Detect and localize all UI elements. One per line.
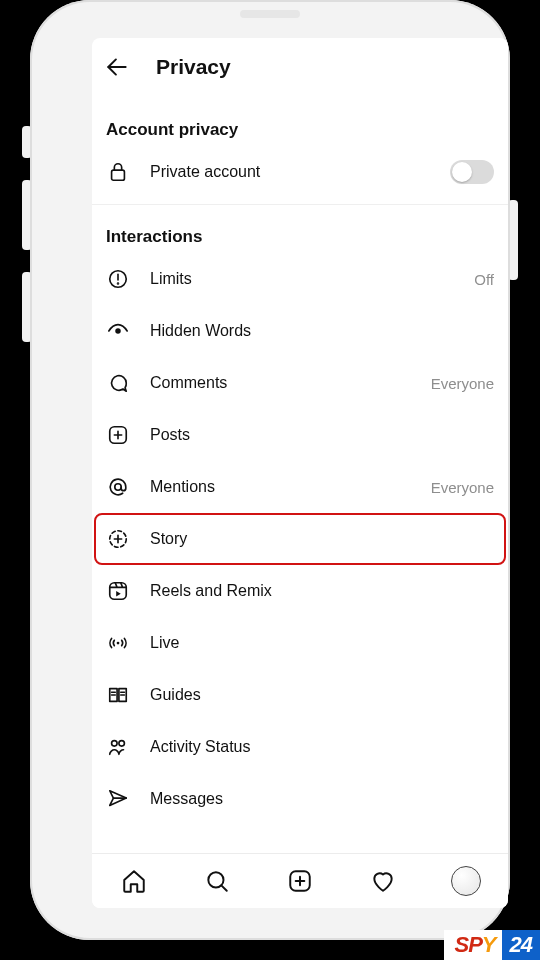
row-private-account[interactable]: Private account [92, 146, 508, 198]
comment-icon [106, 371, 130, 395]
limits-label: Limits [150, 270, 454, 288]
reels-icon [106, 579, 130, 603]
nav-create[interactable] [285, 866, 315, 896]
page-title: Privacy [156, 55, 231, 79]
hidden-words-label: Hidden Words [150, 322, 494, 340]
mentions-status: Everyone [431, 479, 494, 496]
watermark: SPY 24 [444, 930, 540, 960]
phone-frame: Privacy Account privacy Private account … [30, 0, 510, 940]
svg-rect-0 [112, 170, 125, 180]
row-mentions[interactable]: Mentions Everyone [92, 461, 508, 513]
svg-point-8 [117, 642, 120, 645]
svg-point-9 [112, 741, 118, 747]
row-activity-status[interactable]: Activity Status [92, 721, 508, 773]
row-limits[interactable]: Limits Off [92, 253, 508, 305]
row-guides[interactable]: Guides [92, 669, 508, 721]
messages-icon [106, 787, 130, 811]
page-header: Privacy [92, 38, 508, 98]
section-interactions-title: Interactions [92, 205, 508, 253]
avatar-icon [451, 866, 481, 896]
row-posts[interactable]: Posts [92, 409, 508, 461]
phone-speaker [240, 10, 300, 18]
posts-label: Posts [150, 426, 494, 444]
warning-circle-icon [106, 267, 130, 291]
story-add-icon [106, 527, 130, 551]
section-account-privacy-title: Account privacy [92, 98, 508, 146]
messages-label: Messages [150, 790, 494, 808]
back-button[interactable] [104, 54, 130, 80]
live-icon [106, 631, 130, 655]
svg-point-10 [119, 741, 125, 747]
toggle-knob [452, 162, 472, 182]
svg-rect-7 [110, 583, 127, 600]
svg-point-3 [115, 328, 121, 334]
comments-label: Comments [150, 374, 411, 392]
mentions-label: Mentions [150, 478, 411, 496]
row-live[interactable]: Live [92, 617, 508, 669]
row-comments[interactable]: Comments Everyone [92, 357, 508, 409]
app-screen: Privacy Account privacy Private account … [92, 38, 508, 908]
limits-status: Off [474, 271, 494, 288]
row-reels[interactable]: Reels and Remix [92, 565, 508, 617]
nav-search[interactable] [202, 866, 232, 896]
reels-label: Reels and Remix [150, 582, 494, 600]
svg-point-5 [115, 484, 121, 490]
watermark-brand: SPY [444, 930, 501, 960]
row-hidden-words[interactable]: Hidden Words [92, 305, 508, 357]
svg-point-2 [118, 283, 119, 284]
lock-icon [106, 160, 130, 184]
row-story[interactable]: Story [94, 513, 506, 565]
guides-icon [106, 683, 130, 707]
eye-hidden-icon [106, 319, 130, 343]
nav-home[interactable] [119, 866, 149, 896]
private-account-toggle[interactable] [450, 160, 494, 184]
activity-label: Activity Status [150, 738, 494, 756]
story-label: Story [150, 530, 494, 548]
bottom-nav [92, 853, 508, 908]
comments-status: Everyone [431, 375, 494, 392]
nav-activity[interactable] [368, 866, 398, 896]
private-account-label: Private account [150, 163, 430, 181]
guides-label: Guides [150, 686, 494, 704]
nav-profile[interactable] [451, 866, 481, 896]
live-label: Live [150, 634, 494, 652]
row-messages[interactable]: Messages [92, 773, 508, 825]
at-icon [106, 475, 130, 499]
activity-icon [106, 735, 130, 759]
watermark-num: 24 [502, 930, 540, 960]
plus-square-icon [106, 423, 130, 447]
